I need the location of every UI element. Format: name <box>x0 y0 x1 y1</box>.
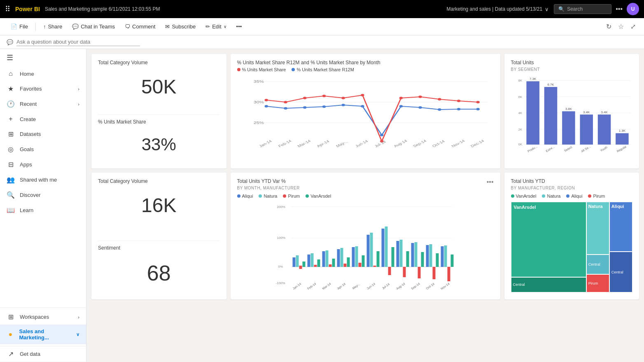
svg-rect-88 <box>332 259 335 267</box>
sidebar-item-recent[interactable]: 🕐 Recent › <box>0 96 86 112</box>
sidebar-item-discover[interactable]: 🔍 Discover <box>0 187 86 203</box>
svg-text:0%: 0% <box>278 265 283 269</box>
svg-rect-79 <box>299 266 302 269</box>
svg-text:Aug-14: Aug-14 <box>395 282 406 290</box>
svg-text:-100%: -100% <box>275 281 285 285</box>
legend-item-units-market-share: % Units Market Share <box>237 67 286 72</box>
share-button[interactable]: ↑ Share <box>39 21 66 32</box>
toolbar: 📄 File ↑ Share 💬 Chat in Teams 🗨 Comment… <box>0 18 644 35</box>
create-icon: + <box>7 115 15 123</box>
treemap-aliqui[interactable]: Aliqui <box>609 202 632 252</box>
sidebar-item-create[interactable]: + Create <box>0 112 86 126</box>
card-line-chart: % Units Market Share R12M and % Units Ma… <box>231 54 500 168</box>
treemap-pirum[interactable]: Pirum <box>586 274 609 292</box>
search-box[interactable]: 🔍 Search <box>554 4 611 14</box>
refresh-button[interactable]: ↻ <box>604 21 613 32</box>
sidebar-item-home[interactable]: ⌂ Home <box>0 66 86 81</box>
svg-rect-90 <box>340 248 343 267</box>
svg-point-6 <box>264 105 268 107</box>
get-data-icon: ↗ <box>7 350 15 358</box>
more-options-toolbar-button[interactable]: ••• <box>232 21 246 32</box>
svg-text:Nov-14: Nov-14 <box>450 139 466 148</box>
svg-rect-81 <box>307 255 310 267</box>
svg-point-18 <box>264 99 268 101</box>
avatar[interactable]: U <box>627 3 639 15</box>
svg-rect-114 <box>429 244 432 267</box>
sidebar-item-learn[interactable]: 📖 Learn <box>0 203 86 218</box>
svg-rect-106 <box>399 240 402 267</box>
sidebar-item-get-data[interactable]: ↗ Get data <box>0 346 86 362</box>
chat-in-teams-button[interactable]: 💬 Chat in Teams <box>68 21 119 32</box>
legend-item-vanarsdel-treemap: VanArsdel <box>511 194 537 199</box>
svg-text:Jun-14: Jun-14 <box>354 139 369 148</box>
favorite-button[interactable]: ☆ <box>616 21 625 32</box>
legend-item-natura-treemap: Natura <box>542 194 560 199</box>
card-title-sentiment: Sentiment <box>98 245 220 251</box>
edit-icon: ✏ <box>205 23 210 30</box>
chevron-down-icon[interactable]: ∨ <box>545 6 549 12</box>
treemap-natura[interactable]: Natura <box>586 202 609 255</box>
svg-rect-91 <box>343 264 346 267</box>
home-icon: ⌂ <box>7 70 15 77</box>
waffle-icon[interactable]: ⠿ <box>5 5 10 14</box>
legend-dot-blue <box>292 68 295 71</box>
legend-item-pirum: Pirum <box>283 194 300 199</box>
sidebar-toggle[interactable]: ☰ <box>0 49 86 66</box>
svg-text:May-..: May-.. <box>351 282 360 290</box>
sidebar-item-workspaces[interactable]: ⊞ Workspaces › <box>0 309 86 325</box>
svg-rect-94 <box>355 246 358 267</box>
svg-rect-96 <box>362 255 364 267</box>
dashboard-grid: Total Category Volume 50K % Units Market… <box>91 54 639 299</box>
svg-rect-56 <box>562 111 575 145</box>
svg-point-15 <box>438 108 441 111</box>
svg-text:Feb-14: Feb-14 <box>306 282 317 290</box>
svg-rect-113 <box>426 245 429 267</box>
teams-icon: 💬 <box>72 23 79 30</box>
svg-text:Regular: Regular <box>616 145 627 153</box>
svg-text:Nov-14: Nov-14 <box>440 282 450 290</box>
edit-button[interactable]: ✏ Edit ∨ <box>201 21 230 32</box>
sidebar-item-sales-marketing[interactable]: ● Sales and Marketing... ∨ <box>0 325 86 344</box>
center-info: Marketing and sales | Data updated 5/13/… <box>447 6 549 12</box>
svg-rect-92 <box>347 257 350 267</box>
svg-rect-117 <box>441 246 443 267</box>
svg-text:6.7K: 6.7K <box>547 83 554 86</box>
file-button[interactable]: 📄 File <box>7 21 32 32</box>
treemap-aliqui-central[interactable]: Central <box>609 252 632 292</box>
treemap-natura-central[interactable]: Central <box>586 255 609 274</box>
expand-button[interactable]: ⤢ <box>629 21 637 32</box>
more-options-icon[interactable]: ••• <box>616 5 623 13</box>
card-bottom-left: Total Category Volume 16K Sentiment 68 <box>91 173 226 299</box>
svg-point-10 <box>341 104 345 106</box>
more-options-icon[interactable]: ••• <box>487 178 494 186</box>
svg-rect-84 <box>317 259 320 267</box>
sidebar-item-favorites[interactable]: ★ Favorites › <box>0 81 86 96</box>
svg-text:7.3K: 7.3K <box>530 77 537 81</box>
treemap-vanarsdel[interactable]: VanArsdel <box>511 202 586 277</box>
svg-rect-97 <box>366 235 369 267</box>
svg-text:200%: 200% <box>277 205 285 209</box>
card-subtitle-ytd-var: BY MONTH, MANUFACTURER <box>237 186 300 190</box>
legend-item-pirum-treemap: Pirum <box>588 194 605 199</box>
comment-button[interactable]: 🗨 Comment <box>121 21 159 32</box>
svg-rect-93 <box>352 247 355 267</box>
svg-rect-52 <box>526 81 539 145</box>
qa-input[interactable] <box>16 38 140 46</box>
sidebar-item-shared-with-me[interactable]: 👥 Shared with me <box>0 172 86 187</box>
learn-icon: 📖 <box>7 206 15 214</box>
units-market-share-value: 33% <box>98 126 220 163</box>
svg-rect-100 <box>376 251 379 267</box>
svg-rect-99 <box>373 266 376 267</box>
svg-rect-83 <box>314 265 317 267</box>
svg-text:4K: 4K <box>518 111 522 115</box>
svg-text:Mar-14: Mar-14 <box>321 282 331 290</box>
svg-text:Oct-14: Oct-14 <box>431 139 446 148</box>
sidebar-item-goals[interactable]: ◎ Goals <box>0 142 86 157</box>
sidebar-item-datasets[interactable]: ⊞ Datasets <box>0 126 86 142</box>
svg-point-7 <box>284 107 287 110</box>
favorites-icon: ★ <box>7 85 15 93</box>
sidebar-item-apps[interactable]: ⊟ Apps <box>0 157 86 172</box>
svg-text:Oct-14: Oct-14 <box>425 282 435 290</box>
treemap-vanarsdel-central[interactable]: Central <box>511 277 586 292</box>
subscribe-button[interactable]: ✉ Subscribe <box>161 21 200 32</box>
